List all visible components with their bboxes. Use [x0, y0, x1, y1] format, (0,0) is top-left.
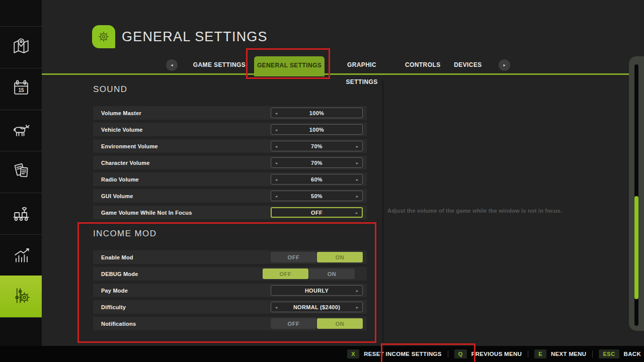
- key-badge-e: E: [534, 349, 546, 358]
- row-label: Volume Master: [101, 110, 141, 116]
- settings-row-character-volume: Character Volume ◂ 70% ▸: [93, 156, 367, 169]
- decrease-icon[interactable]: ◂: [275, 127, 277, 132]
- sidebar-divider: [0, 317, 42, 318]
- tab-game-settings[interactable]: GAME SETTINGS: [193, 56, 246, 73]
- stepper-value: 50%: [311, 193, 323, 199]
- sidebar-item-production[interactable]: [0, 193, 42, 234]
- stepper-value: HOURLY: [305, 288, 329, 294]
- settings-row-vehicle-volume: Vehicle Volume ◂ 100%: [93, 123, 367, 136]
- character-volume-stepper[interactable]: ◂ 70% ▸: [271, 157, 363, 168]
- decrease-icon[interactable]: ◂: [275, 177, 277, 182]
- tabs-prev-button[interactable]: ◂: [166, 59, 178, 71]
- stepper-value: 100%: [309, 127, 324, 133]
- stepper-value: NORMAL ($2400): [293, 304, 340, 310]
- next-menu-button[interactable]: NEXT MENU: [551, 351, 586, 357]
- increase-icon[interactable]: ▸: [356, 305, 358, 309]
- stepper-value: 70%: [311, 160, 323, 166]
- pay-mode-stepper[interactable]: HOURLY ▸: [271, 285, 363, 296]
- reset-income-settings-button[interactable]: RESET INCOME SETTINGS: [364, 351, 442, 357]
- chevron-left-icon: ◂: [171, 63, 173, 67]
- radio-volume-stepper[interactable]: ◂ 60% ▸: [271, 174, 363, 185]
- scrollbar-thumb[interactable]: [634, 196, 638, 299]
- tab-underline: [42, 73, 644, 75]
- sidebar-item-animals[interactable]: [0, 110, 42, 151]
- increase-icon[interactable]: ▸: [356, 194, 358, 198]
- settings-row-enable-mod: Enable Mod OFF ON: [93, 250, 367, 264]
- sidebar: 15: [0, 0, 42, 346]
- settings-row-radio-volume: Radio Volume ◂ 60% ▸: [93, 172, 367, 186]
- toggle-off-button[interactable]: OFF: [263, 268, 308, 279]
- sidebar-item-calendar[interactable]: 15: [0, 68, 42, 110]
- general-settings-icon: [92, 25, 115, 48]
- sidebar-item-mod-settings[interactable]: [0, 276, 42, 317]
- decrease-icon[interactable]: ◂: [275, 160, 277, 165]
- contracts-icon: [10, 160, 32, 184]
- settings-row-notifications: Notifications OFF ON: [93, 317, 367, 330]
- previous-menu-button[interactable]: PREVIOUS MENU: [471, 351, 522, 357]
- row-label: GUI Volume: [101, 193, 133, 199]
- settings-row-gui-volume: GUI Volume ◂ 50% ▸: [93, 189, 367, 203]
- statistics-icon: [10, 243, 32, 267]
- mod-settings-icon: [10, 285, 32, 309]
- decrease-icon[interactable]: ◂: [275, 305, 277, 309]
- decrease-icon[interactable]: ◂: [275, 194, 277, 198]
- sidebar-item-contracts[interactable]: [0, 151, 42, 193]
- debug-mode-toggle: OFF ON: [263, 268, 355, 279]
- stepper-value: 70%: [311, 143, 323, 149]
- footer-separator: [448, 350, 448, 357]
- toggle-on-button[interactable]: ON: [317, 252, 363, 262]
- decrease-icon[interactable]: ◂: [275, 144, 277, 148]
- production-icon: [10, 202, 32, 226]
- tab-controls[interactable]: CONTROLS: [405, 56, 440, 73]
- settings-row-debug-mode: DEBUG Mode OFF ON: [93, 267, 367, 281]
- key-badge-q: Q: [454, 349, 467, 358]
- settings-row-game-volume-not-in-focus: Game Volume While Not In Focus OFF ▸: [93, 206, 367, 219]
- back-button[interactable]: BACK: [624, 351, 641, 357]
- toggle-off-button[interactable]: OFF: [271, 252, 316, 262]
- tab-devices[interactable]: DEVICES: [453, 56, 482, 73]
- row-label: Notifications: [101, 321, 136, 327]
- decrease-icon[interactable]: ◂: [275, 111, 277, 115]
- row-label: Game Volume While Not In Focus: [101, 210, 192, 216]
- calendar-icon: 15: [10, 77, 32, 101]
- volume-master-stepper[interactable]: ◂ 100%: [271, 108, 363, 118]
- chevron-right-icon: ▸: [503, 63, 505, 67]
- game-volume-not-in-focus-stepper[interactable]: OFF ▸: [271, 207, 363, 218]
- tab-general-settings[interactable]: GENERAL SETTINGS: [254, 56, 325, 76]
- toggle-on-button[interactable]: ON: [309, 268, 355, 279]
- increase-icon[interactable]: ▸: [356, 210, 358, 215]
- key-badge-x: X: [347, 349, 359, 358]
- sidebar-item-statistics[interactable]: [0, 234, 42, 276]
- settings-row-difficulty: Difficulty ◂ NORMAL ($2400) ▸: [93, 300, 367, 314]
- row-label: Pay Mode: [101, 288, 128, 294]
- row-label: Radio Volume: [101, 176, 139, 183]
- section-title-sound: SOUND: [93, 84, 127, 95]
- difficulty-stepper[interactable]: ◂ NORMAL ($2400) ▸: [271, 302, 363, 312]
- row-label: Difficulty: [101, 304, 126, 310]
- tabs-next-button[interactable]: ▸: [499, 59, 510, 71]
- scrollbar-track[interactable]: [634, 64, 638, 326]
- sidebar-item-map[interactable]: [0, 26, 42, 68]
- toggle-off-button[interactable]: OFF: [271, 318, 316, 329]
- stepper-value: OFF: [311, 210, 323, 216]
- increase-icon[interactable]: ▸: [356, 177, 358, 182]
- tab-graphic-settings[interactable]: GRAPHIC SETTINGS: [333, 56, 390, 73]
- content-divider: [382, 80, 383, 342]
- row-label: Vehicle Volume: [101, 127, 143, 133]
- toggle-on-button[interactable]: ON: [317, 318, 363, 329]
- cow-icon: [10, 119, 32, 143]
- vehicle-volume-stepper[interactable]: ◂ 100%: [271, 124, 363, 135]
- settings-row-volume-master: Volume Master ◂ 100%: [93, 106, 367, 120]
- increase-icon[interactable]: ▸: [356, 160, 358, 165]
- gui-volume-stepper[interactable]: ◂ 50% ▸: [271, 191, 363, 201]
- increase-icon[interactable]: ▸: [356, 288, 358, 293]
- stepper-value: 100%: [309, 110, 324, 116]
- footer-separator: [528, 350, 528, 357]
- main-panel: GENERAL SETTINGS ◂ GAME SETTINGS GENERAL…: [42, 0, 644, 346]
- map-icon: [10, 35, 32, 59]
- increase-icon[interactable]: ▸: [356, 144, 358, 148]
- settings-row-environment-volume: Environment Volume ◂ 70% ▸: [93, 139, 367, 153]
- scrollbar: [629, 56, 644, 331]
- setting-help-text: Adjust the volume of the game while the …: [387, 208, 604, 214]
- environment-volume-stepper[interactable]: ◂ 70% ▸: [271, 141, 363, 151]
